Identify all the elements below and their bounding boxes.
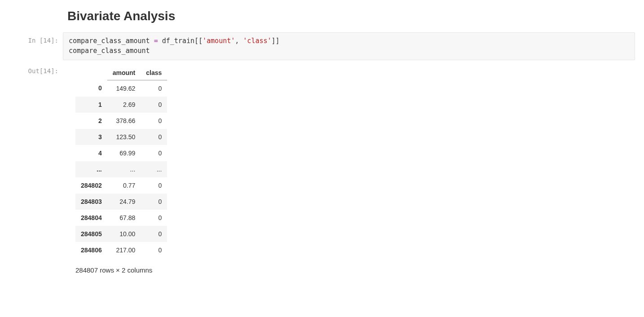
cell-amount: ... bbox=[107, 161, 141, 177]
cell-amount: 217.00 bbox=[107, 242, 141, 258]
row-index: 1 bbox=[75, 97, 107, 113]
cell-amount: 67.88 bbox=[107, 210, 141, 226]
cell-class: 0 bbox=[141, 226, 167, 242]
table-row: 284804 67.88 0 bbox=[75, 210, 167, 226]
cell-class: 0 bbox=[141, 97, 167, 113]
cell-class: 0 bbox=[141, 177, 167, 194]
row-index: 284804 bbox=[75, 210, 107, 226]
row-index: 284805 bbox=[75, 226, 107, 242]
cell-amount: 378.66 bbox=[107, 113, 141, 129]
table-row-ellipsis: ... ... ... bbox=[75, 161, 167, 177]
input-cell: In [14]: compare_class_amount = df_train… bbox=[9, 32, 635, 60]
cell-class: 0 bbox=[141, 242, 167, 258]
cell-amount: 0.77 bbox=[107, 177, 141, 194]
output-cell: Out[14]: amount class 0 149.62 0 bbox=[9, 63, 635, 281]
table-row: 2 378.66 0 bbox=[75, 113, 167, 129]
row-index: 4 bbox=[75, 145, 107, 161]
table-row: 284802 0.77 0 bbox=[75, 177, 167, 194]
cell-class: 0 bbox=[141, 113, 167, 129]
cell-amount: 149.62 bbox=[107, 80, 141, 97]
input-prompt: In [14]: bbox=[9, 32, 63, 60]
notebook: Bivariate Analysis In [14]: compare_clas… bbox=[0, 0, 644, 292]
section-heading: Bivariate Analysis bbox=[67, 9, 635, 23]
cell-amount: 24.79 bbox=[107, 194, 141, 210]
table-row: 284806 217.00 0 bbox=[75, 242, 167, 258]
cell-class: 0 bbox=[141, 145, 167, 161]
table-header-amount: amount bbox=[107, 66, 141, 80]
cell-class: ... bbox=[141, 161, 167, 177]
cell-amount: 123.50 bbox=[107, 129, 141, 145]
output-area: amount class 0 149.62 0 1 2.69 0 bbox=[63, 63, 635, 281]
cell-class: 0 bbox=[141, 194, 167, 210]
dataframe-table: amount class 0 149.62 0 1 2.69 0 bbox=[75, 66, 167, 258]
row-index: 284803 bbox=[75, 194, 107, 210]
cell-class: 0 bbox=[141, 129, 167, 145]
cell-class: 0 bbox=[141, 80, 167, 97]
table-row: 284803 24.79 0 bbox=[75, 194, 167, 210]
row-index: 3 bbox=[75, 129, 107, 145]
table-footer: 284807 rows × 2 columns bbox=[75, 266, 635, 274]
table-row: 3 123.50 0 bbox=[75, 129, 167, 145]
cell-amount: 10.00 bbox=[107, 226, 141, 242]
table-row: 0 149.62 0 bbox=[75, 80, 167, 97]
cell-amount: 69.99 bbox=[107, 145, 141, 161]
table-header-index bbox=[75, 66, 107, 80]
table-header-class: class bbox=[141, 66, 167, 80]
table-header-row: amount class bbox=[75, 66, 167, 80]
code-block: compare_class_amount = df_train[['amount… bbox=[69, 36, 629, 56]
heading-cell: Bivariate Analysis bbox=[67, 9, 635, 23]
row-index: 284806 bbox=[75, 242, 107, 258]
row-index: ... bbox=[75, 161, 107, 177]
table-row: 1 2.69 0 bbox=[75, 97, 167, 113]
row-index: 2 bbox=[75, 113, 107, 129]
row-index: 284802 bbox=[75, 177, 107, 194]
cell-amount: 2.69 bbox=[107, 97, 141, 113]
cell-class: 0 bbox=[141, 210, 167, 226]
row-index: 0 bbox=[75, 80, 107, 97]
output-prompt: Out[14]: bbox=[9, 63, 63, 281]
table-row: 4 69.99 0 bbox=[75, 145, 167, 161]
table-row: 284805 10.00 0 bbox=[75, 226, 167, 242]
code-input-area[interactable]: compare_class_amount = df_train[['amount… bbox=[63, 32, 635, 60]
